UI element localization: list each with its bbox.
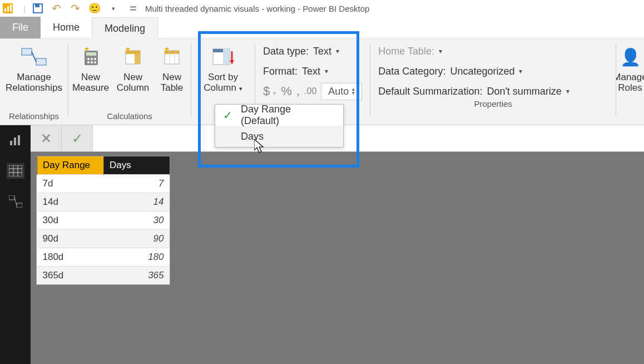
summarization-label: Default Summarization:: [378, 86, 482, 97]
group-calculations-label: Calculations: [107, 111, 152, 125]
comma-icon[interactable]: ,: [296, 84, 300, 99]
manage-roles-button[interactable]: 👤 Manage Roles: [616, 42, 644, 125]
tab-home[interactable]: Home: [41, 17, 92, 38]
data-type-value: Text: [313, 46, 331, 57]
dropdown-caret-icon: ▾: [566, 87, 569, 95]
window-title: Multi threaded dynamic visuals - working…: [145, 4, 370, 13]
data-category-row[interactable]: Data Category: Uncategorized ▾: [378, 63, 608, 79]
manage-relationships-button[interactable]: Manage Relationships: [3, 42, 65, 111]
group-security: 👤 Manage Roles: [616, 39, 644, 125]
new-column-button[interactable]: ✦ New Column: [114, 42, 152, 111]
decimal-icon[interactable]: .00: [304, 86, 316, 96]
svg-text:✦: ✦: [83, 47, 90, 53]
currency-icon[interactable]: $ ▾: [263, 84, 276, 99]
tab-file[interactable]: File: [0, 17, 41, 38]
sort-by-column-menu: ✓ Day Range (Default) Days: [215, 104, 344, 147]
home-table-row[interactable]: Home Table: ▾: [378, 43, 608, 59]
svg-line-8: [32, 52, 36, 62]
face-icon[interactable]: 🙂: [89, 3, 100, 14]
summarization-row[interactable]: Default Summarization: Don't summarize ▾: [378, 83, 608, 99]
svg-point-12: [91, 58, 93, 60]
group-relationships: Manage Relationships Relationships: [0, 39, 68, 125]
svg-rect-41: [17, 203, 22, 208]
data-grid-body: 7d7 14d14 30d30 90d90 180d180 365d365: [37, 175, 170, 285]
data-view-icon[interactable]: [7, 163, 24, 179]
svg-rect-1: [4, 8, 6, 12]
redo-icon[interactable]: ↷: [70, 3, 81, 14]
data-type-row[interactable]: Data type: Text ▾: [263, 43, 362, 59]
data-grid[interactable]: Day Range Days 7d7 14d14 30d30 90d90 180…: [36, 156, 170, 285]
undo-icon[interactable]: ↶: [51, 3, 62, 14]
format-label: Format:: [263, 66, 298, 77]
data-canvas: Day Range Days 7d7 14d14 30d30 90d90 180…: [31, 152, 644, 364]
group-calculations: ✦ New Measure ✦ New Column ✦ New Table C…: [68, 39, 191, 125]
new-measure-button[interactable]: ✦ New Measure: [72, 42, 110, 111]
svg-rect-6: [22, 48, 32, 55]
column-header-day-range[interactable]: Day Range: [37, 156, 104, 175]
table-row[interactable]: 180d180: [37, 248, 170, 267]
svg-rect-40: [9, 195, 14, 200]
tabstrip: File Home Modeling: [0, 17, 644, 39]
manage-roles-label: Manage Roles: [616, 72, 644, 93]
qat-dropdown-icon[interactable]: ▾: [108, 3, 119, 14]
table-row[interactable]: 14d14: [37, 193, 170, 211]
app-icon: [2, 3, 13, 14]
spinner-icon[interactable]: ▴▾: [352, 87, 355, 95]
sort-by-column-button[interactable]: Sort by Column ▾: [199, 42, 247, 111]
model-view-icon[interactable]: [9, 195, 22, 208]
commit-formula-icon[interactable]: ✓: [62, 125, 93, 151]
sort-by-column-label: Sort by Column ▾: [204, 72, 242, 93]
svg-rect-3: [10, 4, 12, 12]
titlebar: | ↶ ↷ 🙂 ▾ 〓 Multi threaded dynamic visua…: [0, 0, 644, 17]
svg-line-42: [14, 198, 17, 205]
relationships-icon: [21, 45, 47, 69]
svg-point-16: [94, 61, 96, 63]
dropdown-caret-icon: ▾: [519, 67, 522, 75]
qat-separator-2: 〓: [129, 3, 137, 14]
new-column-label: New Column: [117, 72, 150, 93]
svg-rect-7: [36, 58, 46, 65]
save-icon[interactable]: [32, 3, 43, 14]
data-type-label: Data type:: [263, 46, 309, 57]
summarization-value: Don't summarize: [487, 86, 561, 97]
formula-input[interactable]: [93, 125, 644, 151]
home-table-label: Home Table:: [378, 46, 434, 57]
table-row[interactable]: 30d30: [37, 211, 170, 230]
svg-rect-5: [35, 4, 39, 7]
dropdown-caret-icon: ▾: [325, 67, 328, 75]
cancel-formula-icon[interactable]: ✕: [31, 125, 62, 151]
percent-icon[interactable]: %: [281, 84, 292, 99]
svg-text:✦: ✦: [125, 47, 131, 53]
quick-access-toolbar: | ↶ ↷ 🙂 ▾ 〓: [2, 3, 140, 14]
column-header-days[interactable]: Days: [104, 156, 170, 175]
report-view-icon[interactable]: [9, 135, 22, 146]
new-table-label: New Table: [161, 72, 184, 93]
svg-rect-2: [7, 6, 9, 12]
sort-option-days[interactable]: Days: [215, 126, 343, 147]
format-row[interactable]: Format: Text ▾: [263, 63, 362, 79]
svg-rect-35: [9, 165, 22, 176]
tab-modeling[interactable]: Modeling: [92, 17, 158, 39]
data-category-label: Data Category:: [378, 66, 445, 77]
svg-point-14: [87, 61, 90, 63]
column-icon: ✦: [123, 45, 142, 69]
svg-rect-34: [18, 135, 20, 145]
auto-decimal-box[interactable]: Auto ▴▾: [321, 83, 362, 100]
view-rail: [0, 125, 31, 364]
svg-rect-29: [223, 49, 230, 65]
svg-point-13: [94, 58, 96, 60]
measure-icon: ✦: [81, 45, 100, 69]
new-table-button[interactable]: ✦ New Table: [156, 42, 187, 111]
table-row[interactable]: 365d365: [37, 267, 170, 285]
svg-rect-20: [135, 51, 140, 64]
number-format-row: $ ▾ % , .00 Auto ▴▾: [263, 83, 362, 99]
svg-rect-32: [10, 141, 12, 145]
sort-option-day-range[interactable]: ✓ Day Range (Default): [215, 105, 343, 126]
svg-point-15: [91, 61, 93, 63]
svg-point-11: [87, 58, 90, 60]
format-value: Text: [302, 66, 320, 77]
sort-option-label: Days: [241, 131, 275, 142]
table-row[interactable]: 7d7: [37, 175, 170, 193]
dropdown-caret-icon: ▾: [439, 47, 442, 55]
table-row[interactable]: 90d90: [37, 230, 170, 248]
